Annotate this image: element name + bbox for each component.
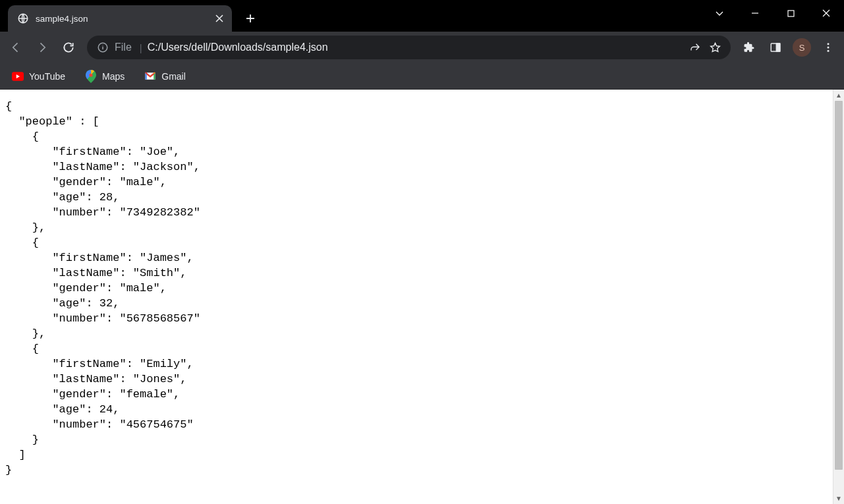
- sidepanel-button[interactable]: [764, 36, 787, 59]
- scroll-down-arrow[interactable]: ▼: [833, 493, 844, 504]
- window-controls: [702, 0, 844, 26]
- globe-icon: [17, 13, 29, 24]
- forward-button[interactable]: [30, 36, 54, 59]
- svg-rect-4: [777, 43, 780, 51]
- svg-point-6: [828, 47, 830, 49]
- tab-close-button[interactable]: [213, 13, 225, 24]
- svg-point-9: [89, 73, 92, 76]
- vertical-scrollbar[interactable]: ▲ ▼: [833, 90, 844, 504]
- url-scheme: File: [115, 42, 132, 53]
- minimize-button[interactable]: [737, 0, 773, 26]
- back-button[interactable]: [4, 36, 28, 59]
- toolbar: File | C:/Users/dell/Downloads/sample4.j…: [0, 32, 844, 63]
- avatar-initial: S: [799, 43, 805, 53]
- scrollbar-thumb[interactable]: [835, 101, 843, 470]
- menu-button[interactable]: [816, 36, 840, 59]
- info-icon[interactable]: [96, 41, 109, 54]
- chevron-down-icon[interactable]: [702, 0, 737, 26]
- bookmark-youtube[interactable]: YouTube: [8, 68, 69, 85]
- bookmark-maps[interactable]: Maps: [81, 68, 128, 85]
- profile-avatar[interactable]: S: [793, 38, 811, 57]
- titlebar: sample4.json: [0, 0, 844, 32]
- bookmark-star-icon[interactable]: [709, 42, 721, 54]
- url-separator: |: [140, 42, 142, 53]
- maps-icon: [85, 70, 97, 82]
- svg-point-5: [828, 43, 830, 45]
- bookmark-gmail[interactable]: Gmail: [140, 68, 190, 85]
- scroll-up-arrow[interactable]: ▲: [833, 90, 844, 101]
- reload-button[interactable]: [57, 36, 80, 59]
- close-window-button[interactable]: [808, 0, 844, 26]
- svg-rect-1: [788, 11, 794, 16]
- bookmark-label: YouTube: [29, 71, 65, 82]
- url-text: C:/Users/dell/Downloads/sample4.json: [148, 42, 689, 53]
- tab-title: sample4.json: [36, 14, 213, 24]
- extensions-button[interactable]: [737, 36, 761, 59]
- new-tab-button[interactable]: [241, 9, 260, 28]
- address-bar[interactable]: File | C:/Users/dell/Downloads/sample4.j…: [87, 36, 731, 59]
- bookmarks-bar: YouTube Maps Gmail: [0, 63, 844, 90]
- bookmark-label: Gmail: [161, 71, 186, 82]
- maximize-button[interactable]: [773, 0, 808, 26]
- viewport: { "people" : [ { "firstName": "Joe", "la…: [0, 90, 844, 504]
- youtube-icon: [12, 70, 24, 82]
- json-content: { "people" : [ { "firstName": "Joe", "la…: [0, 90, 833, 504]
- svg-point-7: [828, 50, 830, 52]
- gmail-icon: [144, 70, 156, 82]
- browser-tab[interactable]: sample4.json: [8, 5, 232, 32]
- share-icon[interactable]: [689, 42, 701, 53]
- bookmark-label: Maps: [102, 71, 125, 82]
